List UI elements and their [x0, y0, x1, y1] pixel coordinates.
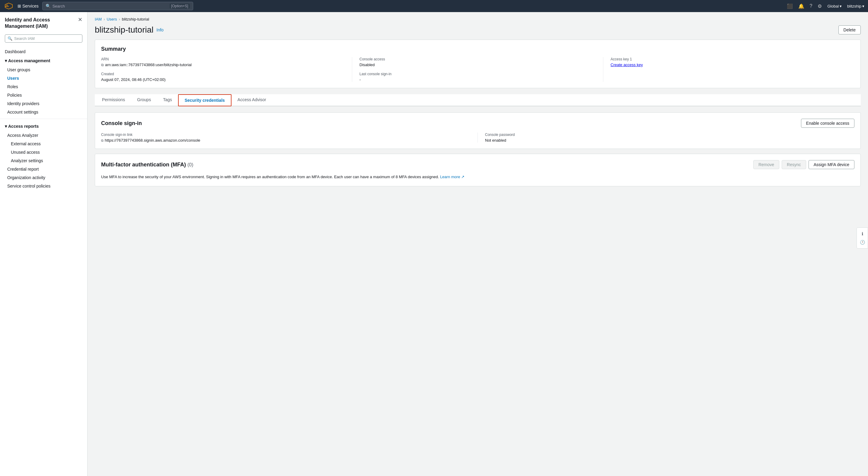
tab-access-advisor[interactable]: Access Advisor: [231, 94, 272, 106]
sidebar-item-identity-providers[interactable]: Identity providers: [0, 99, 87, 108]
global-search-bar[interactable]: 🔍 [Option+S]: [42, 2, 193, 10]
breadcrumb-iam-link[interactable]: IAM: [95, 17, 102, 22]
summary-grid: ARN ⧉arn:aws:iam::767397743868:user/blit…: [101, 57, 855, 82]
mfa-title: Multi-factor authentication (MFA) (0): [101, 161, 193, 168]
sidebar-item-users[interactable]: Users: [0, 74, 87, 83]
summary-created-row: Created August 07, 2024, 08:46 (UTC+02:0…: [101, 72, 347, 82]
sidebar-item-service-control-policies[interactable]: Service control policies: [0, 182, 87, 190]
summary-col-access-key: Access key 1 Create access key: [603, 57, 855, 82]
copy-icon[interactable]: ⧉: [101, 63, 104, 67]
tab-permissions[interactable]: Permissions: [96, 94, 131, 106]
console-signin-section: Console sign-in Enable console access Co…: [95, 112, 861, 149]
access-key-value: Create access key: [611, 62, 849, 67]
sidebar-title: Identity and Access Management (IAM): [5, 17, 78, 30]
sidebar-search-input[interactable]: [14, 36, 80, 41]
summary-arn-row: ARN ⧉arn:aws:iam::767397743868:user/blit…: [101, 57, 347, 67]
tab-groups[interactable]: Groups: [131, 94, 157, 106]
sidebar-item-credential-report[interactable]: Credential report: [0, 165, 87, 173]
sidebar-item-analyzer-settings[interactable]: Analyzer settings: [0, 156, 87, 165]
chevron-down-icon: ▾: [840, 4, 842, 8]
chevron-down-icon: ▾: [5, 58, 7, 63]
access-key-label: Access key 1: [611, 57, 849, 61]
chevron-down-icon: ▾: [862, 4, 864, 8]
mfa-header: Multi-factor authentication (MFA) (0) Re…: [101, 160, 855, 169]
summary-console-row: Console access Disabled: [360, 57, 598, 67]
page-title: blitzship-tutorial: [95, 25, 154, 35]
info-badge[interactable]: Info: [157, 28, 163, 32]
arn-label: ARN: [101, 57, 347, 61]
services-menu[interactable]: ⊞ Services: [18, 4, 39, 8]
nav-right-icons: ⬛ 🔔 ? ⚙ Global ▾ blitzship ▾: [787, 3, 864, 9]
account-menu[interactable]: blitzship ▾: [847, 4, 864, 8]
sidebar-item-roles[interactable]: Roles: [0, 83, 87, 91]
mfa-section: Multi-factor authentication (MFA) (0) Re…: [95, 154, 861, 186]
mfa-count: (0): [187, 162, 193, 167]
global-search-input[interactable]: [53, 4, 168, 8]
create-access-key-link[interactable]: Create access key: [611, 62, 643, 67]
main-content: IAM › Users › blitzship-tutorial blitzsh…: [88, 12, 868, 476]
sidebar-item-organization-activity[interactable]: Organization activity: [0, 173, 87, 182]
chevron-down-icon: ▾: [5, 124, 7, 129]
created-label: Created: [101, 72, 347, 76]
last-signin-value: -: [360, 77, 598, 82]
remove-mfa-button: Remove: [753, 160, 779, 169]
region-selector[interactable]: Global ▾: [827, 4, 842, 8]
sidebar-item-external-access[interactable]: External access: [0, 140, 87, 148]
right-info-icon[interactable]: ℹ: [859, 230, 866, 237]
copy-icon[interactable]: ⧉: [101, 139, 103, 142]
signin-link-value: ⧉https://767397743868.signin.aws.amazon.…: [101, 138, 470, 143]
breadcrumb-users-link[interactable]: Users: [106, 17, 117, 22]
signin-link-col: Console sign-in link ⧉https://7673977438…: [101, 132, 478, 143]
search-icon: 🔍: [45, 4, 51, 8]
right-clock-icon[interactable]: 🕐: [859, 239, 866, 246]
console-password-col: Console password Not enabled: [478, 132, 855, 143]
svg-text:aws: aws: [5, 5, 9, 7]
mfa-description: Use MFA to increase the security of your…: [101, 174, 855, 180]
tab-security-credentials[interactable]: Security credentials: [178, 94, 231, 106]
aws-logo[interactable]: aws: [4, 3, 14, 9]
console-signin-detail-grid: Console sign-in link ⧉https://7673977438…: [101, 132, 855, 143]
learn-more-link[interactable]: Learn more ↗: [440, 175, 464, 179]
signin-link-label: Console sign-in link: [101, 132, 470, 137]
terminal-icon[interactable]: ⬛: [787, 3, 793, 9]
sidebar: Identity and Access Management (IAM) ✕ 🔍…: [0, 12, 88, 476]
delete-button[interactable]: Delete: [838, 25, 861, 34]
sidebar-item-dashboard[interactable]: Dashboard: [0, 48, 87, 56]
breadcrumb: IAM › Users › blitzship-tutorial: [95, 17, 861, 22]
sidebar-item-account-settings[interactable]: Account settings: [0, 108, 87, 116]
settings-icon[interactable]: ⚙: [817, 3, 822, 9]
sidebar-section-access-management[interactable]: ▾ Access management: [0, 56, 87, 65]
page-header: blitzship-tutorial Info Delete: [95, 25, 861, 35]
console-password-label: Console password: [485, 132, 847, 137]
sidebar-item-unused-access[interactable]: Unused access: [0, 148, 87, 156]
grid-icon: ⊞: [18, 4, 21, 8]
mfa-button-row: Remove Resync Assign MFA device: [753, 160, 855, 169]
sidebar-section-access-reports[interactable]: ▾ Access reports: [0, 121, 87, 131]
sidebar-item-access-analyzer[interactable]: Access Analyzer: [0, 131, 87, 140]
bell-icon[interactable]: 🔔: [798, 3, 804, 9]
search-shortcut: [Option+S]: [169, 4, 190, 8]
tabs-bar: Permissions Groups Tags Security credent…: [95, 94, 861, 106]
console-access-label: Console access: [360, 57, 598, 61]
sidebar-header: Identity and Access Management (IAM) ✕: [0, 17, 87, 34]
sidebar-item-user-groups[interactable]: User groups: [0, 65, 87, 74]
summary-access-key-row: Access key 1 Create access key: [611, 57, 849, 67]
sidebar-search-box[interactable]: 🔍: [5, 34, 83, 42]
breadcrumb-sep1: ›: [103, 17, 105, 22]
console-access-value: Disabled: [360, 62, 598, 67]
tab-tags[interactable]: Tags: [157, 94, 178, 106]
help-icon[interactable]: ?: [810, 3, 812, 9]
arn-value: ⧉arn:aws:iam::767397743868:user/blitzshi…: [101, 62, 347, 67]
sidebar-close-button[interactable]: ✕: [78, 17, 83, 22]
resync-mfa-button: Resync: [782, 160, 806, 169]
enable-console-access-button[interactable]: Enable console access: [801, 119, 855, 128]
last-signin-label: Last console sign-in: [360, 72, 598, 76]
summary-card: Summary ARN ⧉arn:aws:iam::767397743868:u…: [95, 39, 861, 88]
top-navigation: aws ⊞ Services 🔍 [Option+S] ⬛ 🔔 ? ⚙ Glob…: [0, 0, 868, 12]
sidebar-item-policies[interactable]: Policies: [0, 91, 87, 99]
summary-col-console: Console access Disabled Last console sig…: [352, 57, 603, 82]
breadcrumb-current: blitzship-tutorial: [122, 17, 149, 22]
assign-mfa-device-button[interactable]: Assign MFA device: [809, 160, 855, 169]
console-signin-title: Console sign-in: [101, 120, 142, 126]
console-password-value: Not enabled: [485, 138, 847, 143]
